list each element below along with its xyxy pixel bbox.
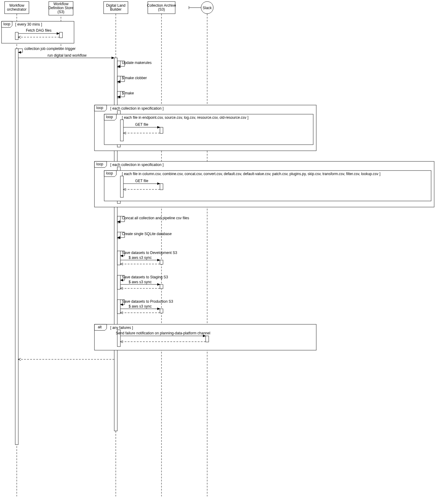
- msg-save-stage: Save datasets to Staging S3: [122, 275, 168, 279]
- self-make: $ make: [117, 91, 134, 98]
- msg-get-file-2: GET file: [135, 179, 148, 183]
- participant-slack: Slack: [189, 2, 213, 14]
- frame-loop-collection-1-guard: [ each collection in specification ]: [110, 106, 164, 111]
- participant-archive-line2: (S3): [158, 7, 165, 12]
- svg-rect-29: [120, 176, 123, 197]
- frame-loop-collection-1-label: loop: [96, 106, 103, 110]
- frame-alt-guard: [ any failures ]: [110, 326, 133, 330]
- msg-run-workflow: run digital land workflow: [48, 53, 87, 58]
- svg-rect-16: [117, 61, 120, 68]
- svg-rect-34: [117, 232, 120, 239]
- msg-fetch-dag: Fetch DAG files: [26, 28, 51, 33]
- self-concat: Concat all collection and pipeline csv f…: [117, 216, 189, 223]
- svg-rect-13: [15, 49, 18, 445]
- participant-slack-label: Slack: [203, 6, 212, 10]
- svg-rect-45: [160, 309, 163, 313]
- self-make-clobber: $ make clobber: [117, 76, 147, 83]
- group-save-dev: Save datasets to Development S3 $ aws s3…: [117, 251, 177, 265]
- participant-builder-line2: Builder: [110, 7, 121, 12]
- frame-loop-collection-2-label: loop: [96, 162, 103, 166]
- svg-rect-50: [206, 336, 209, 342]
- participant-defstore-line1: Workflow: [53, 2, 68, 6]
- frame-loop-file-2-label: loop: [106, 171, 113, 175]
- frame-loop-file-1-label: loop: [106, 115, 113, 119]
- msg-update-makerules: Update makerules: [122, 61, 151, 65]
- msg-make: $ make: [122, 91, 134, 95]
- svg-rect-31: [160, 184, 163, 190]
- svg-rect-22: [120, 120, 123, 141]
- svg-rect-41: [160, 284, 163, 289]
- frame-loop-file-1: loop [ each file in endpoint.csv, source…: [104, 114, 313, 145]
- svg-rect-18: [117, 91, 120, 98]
- svg-rect-24: [160, 127, 163, 133]
- svg-rect-43: [117, 300, 120, 314]
- participant-builder-line1: Digital Land: [106, 3, 125, 8]
- frame-alt-failures: alt [ any failures ]: [94, 324, 316, 350]
- msg-aws-sync-stage: $ aws s3 sync: [129, 280, 151, 284]
- frame-loop-file-1-guard: [ each file in endpoint.csv, source.csv,…: [122, 115, 248, 120]
- frame-loop-30mins-guard: [ every 30 mins ]: [15, 22, 42, 26]
- svg-rect-10: [59, 32, 62, 38]
- svg-rect-17: [117, 76, 120, 83]
- msg-trigger: collection job completion trigger: [24, 47, 76, 51]
- frame-loop-30mins-label: loop: [3, 22, 10, 26]
- msg-save-prod: Save datasets to Production S3: [122, 299, 173, 304]
- group-save-prod: Save datasets to Production S3 $ aws s3 …: [117, 299, 173, 314]
- msg-create-sqlite: Create single SQLite database: [122, 232, 172, 236]
- self-update-makerules: Update makerules: [117, 61, 151, 68]
- svg-rect-33: [117, 216, 120, 223]
- msg-save-dev: Save datasets to Development S3: [122, 251, 177, 255]
- participant-defstore-line3: (S3): [58, 10, 65, 14]
- frame-loop-file-2-guard: [ each file in column.csv, combine.csv, …: [122, 172, 381, 176]
- participant-orchestrator-line1: Workflow: [9, 3, 24, 8]
- participant-archive-line1: Collection Archive: [147, 3, 176, 8]
- svg-rect-35: [117, 251, 120, 265]
- participant-defstore-line2: Definition Store: [48, 6, 73, 10]
- frame-loop-file-2: loop [ each file in column.csv, combine.…: [104, 171, 431, 201]
- msg-aws-sync-prod: $ aws s3 sync: [129, 304, 151, 308]
- msg-get-file-1: GET file: [135, 122, 148, 127]
- sequence-diagram: Workfloworchestrator Workflow Definition…: [0, 0, 436, 504]
- svg-rect-37: [160, 260, 163, 264]
- msg-aws-sync-dev: $ aws s3 sync: [129, 256, 151, 260]
- svg-rect-39: [117, 275, 120, 289]
- msg-slack: Send failure notification on planning-da…: [116, 331, 210, 335]
- msg-concat: Concat all collection and pipeline csv f…: [122, 216, 189, 220]
- frame-loop-collection-2-guard: [ each collection in specification ]: [110, 163, 164, 167]
- group-save-staging: Save datasets to Staging S3 $ aws s3 syn…: [117, 275, 168, 289]
- svg-rect-9: [15, 32, 18, 40]
- frame-alt-label: alt: [98, 325, 102, 329]
- participant-orchestrator-line2: orchestrator: [7, 7, 27, 12]
- self-create-sqlite: Create single SQLite database: [117, 232, 172, 239]
- msg-make-clobber: $ make clobber: [122, 76, 147, 80]
